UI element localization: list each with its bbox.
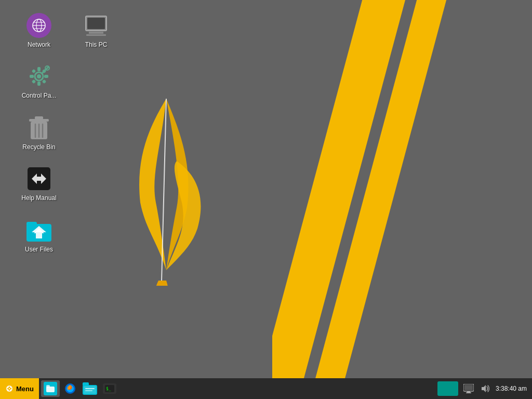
menu-icon (5, 384, 14, 393)
folder-icon (46, 385, 55, 392)
controlpanel-label: Control Pa... (22, 92, 57, 99)
volume-icon (481, 384, 490, 393)
stripe-decoration (272, 0, 532, 399)
window-indicator[interactable] (437, 381, 458, 396)
desktop-icons-column1: Network This PC (16, 10, 119, 256)
helpmanual-label: Help Manual (21, 194, 56, 202)
taskbar-file-manager2[interactable] (81, 380, 99, 397)
svg-text:$_: $_ (106, 387, 111, 391)
stripe-1 (272, 0, 416, 399)
network-icon-img (26, 13, 51, 38)
svg-rect-13 (37, 82, 41, 86)
taskbar-time: 3:38:40 am (496, 385, 527, 392)
display-icon (463, 384, 474, 393)
thispc-label: This PC (85, 41, 108, 48)
svg-rect-52 (467, 391, 470, 392)
helpmanual-icon-container[interactable]: Help Manual (16, 164, 62, 204)
svg-rect-44 (83, 382, 89, 386)
terminal-icon-bg: $_ (103, 383, 116, 394)
svg-line-0 (161, 99, 166, 286)
svg-rect-23 (35, 116, 43, 119)
taskbar-apps: $_ (39, 378, 121, 399)
svg-rect-45 (84, 386, 96, 394)
thispc-icon-img (84, 13, 109, 38)
feather-decoration (125, 88, 208, 286)
svg-rect-12 (37, 67, 41, 71)
taskbar: Menu (0, 378, 532, 399)
svg-rect-19 (42, 79, 46, 84)
controlpanel-icon-img (26, 64, 51, 89)
taskbar-firefox[interactable] (61, 380, 79, 397)
svg-rect-46 (85, 388, 95, 389)
menu-button[interactable]: Menu (0, 378, 39, 399)
svg-point-11 (37, 74, 41, 78)
desktop: Network This PC (0, 0, 532, 399)
file-manager-icon (83, 382, 97, 395)
svg-rect-14 (30, 75, 34, 78)
userfiles-icon-img (26, 218, 51, 243)
thispc-icon-container[interactable]: This PC (73, 10, 119, 51)
recyclebin-icon-container[interactable]: Recycle Bin (16, 113, 62, 153)
svg-rect-51 (464, 385, 473, 390)
network-icon-container[interactable]: Network (16, 10, 62, 51)
svg-marker-54 (482, 385, 486, 392)
network-icon-circle (26, 13, 51, 38)
recyclebin-icon-img (26, 115, 51, 140)
svg-rect-16 (32, 69, 36, 73)
terminal-icon: $_ (105, 385, 114, 392)
firefox-icon (63, 382, 77, 395)
volume-icon-btn[interactable] (479, 382, 491, 395)
taskbar-right: 3:38:40 am (437, 378, 532, 399)
svg-rect-18 (32, 79, 36, 84)
helpmanual-icon-img (26, 166, 51, 191)
controlpanel-icon-container[interactable]: Control Pa... (16, 61, 62, 102)
files-manager-icon (44, 382, 57, 395)
taskbar-terminal[interactable]: $_ (100, 380, 119, 397)
display-icon-btn[interactable] (462, 382, 475, 395)
stripe-2 (283, 0, 458, 399)
recyclebin-label: Recycle Bin (22, 143, 55, 151)
svg-rect-15 (44, 75, 48, 78)
menu-label: Menu (16, 385, 34, 393)
userfiles-label: User Files (25, 246, 53, 253)
taskbar-files-manager[interactable] (41, 380, 60, 397)
svg-rect-47 (85, 390, 92, 391)
userfiles-icon-container[interactable]: User Files (16, 215, 62, 256)
svg-rect-53 (466, 392, 471, 393)
network-label: Network (28, 41, 50, 48)
svg-rect-40 (46, 385, 50, 388)
